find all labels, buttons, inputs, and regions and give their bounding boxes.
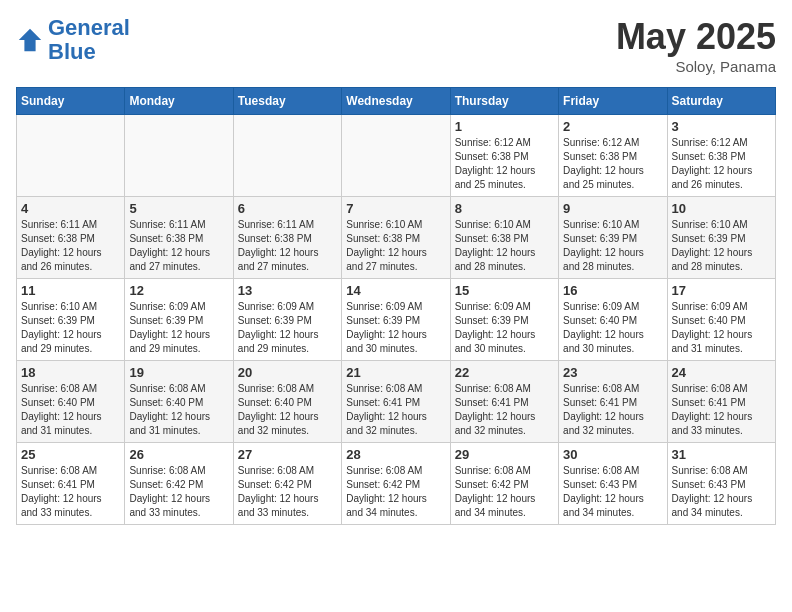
week-row-1: 1Sunrise: 6:12 AM Sunset: 6:38 PM Daylig…	[17, 115, 776, 197]
calendar-cell: 10Sunrise: 6:10 AM Sunset: 6:39 PM Dayli…	[667, 197, 775, 279]
day-info: Sunrise: 6:09 AM Sunset: 6:39 PM Dayligh…	[238, 300, 337, 356]
day-number: 14	[346, 283, 445, 298]
day-number: 9	[563, 201, 662, 216]
logo-general: General	[48, 15, 130, 40]
day-info: Sunrise: 6:08 AM Sunset: 6:40 PM Dayligh…	[238, 382, 337, 438]
day-header-saturday: Saturday	[667, 88, 775, 115]
calendar-cell: 4Sunrise: 6:11 AM Sunset: 6:38 PM Daylig…	[17, 197, 125, 279]
logo-blue: Blue	[48, 39, 96, 64]
day-info: Sunrise: 6:11 AM Sunset: 6:38 PM Dayligh…	[21, 218, 120, 274]
day-number: 4	[21, 201, 120, 216]
week-row-4: 18Sunrise: 6:08 AM Sunset: 6:40 PM Dayli…	[17, 361, 776, 443]
day-number: 26	[129, 447, 228, 462]
logo-text: General Blue	[48, 16, 130, 64]
calendar-cell: 20Sunrise: 6:08 AM Sunset: 6:40 PM Dayli…	[233, 361, 341, 443]
day-number: 29	[455, 447, 554, 462]
day-number: 18	[21, 365, 120, 380]
calendar-cell: 16Sunrise: 6:09 AM Sunset: 6:40 PM Dayli…	[559, 279, 667, 361]
day-info: Sunrise: 6:08 AM Sunset: 6:42 PM Dayligh…	[346, 464, 445, 520]
day-info: Sunrise: 6:08 AM Sunset: 6:42 PM Dayligh…	[129, 464, 228, 520]
calendar-cell: 24Sunrise: 6:08 AM Sunset: 6:41 PM Dayli…	[667, 361, 775, 443]
day-info: Sunrise: 6:08 AM Sunset: 6:41 PM Dayligh…	[21, 464, 120, 520]
month-title: May 2025	[616, 16, 776, 58]
day-number: 10	[672, 201, 771, 216]
day-info: Sunrise: 6:08 AM Sunset: 6:42 PM Dayligh…	[238, 464, 337, 520]
day-info: Sunrise: 6:09 AM Sunset: 6:39 PM Dayligh…	[129, 300, 228, 356]
day-number: 7	[346, 201, 445, 216]
day-number: 19	[129, 365, 228, 380]
day-number: 21	[346, 365, 445, 380]
calendar-cell: 21Sunrise: 6:08 AM Sunset: 6:41 PM Dayli…	[342, 361, 450, 443]
week-row-3: 11Sunrise: 6:10 AM Sunset: 6:39 PM Dayli…	[17, 279, 776, 361]
day-info: Sunrise: 6:08 AM Sunset: 6:42 PM Dayligh…	[455, 464, 554, 520]
day-info: Sunrise: 6:09 AM Sunset: 6:39 PM Dayligh…	[346, 300, 445, 356]
day-info: Sunrise: 6:12 AM Sunset: 6:38 PM Dayligh…	[563, 136, 662, 192]
day-number: 24	[672, 365, 771, 380]
day-header-monday: Monday	[125, 88, 233, 115]
day-number: 2	[563, 119, 662, 134]
calendar-cell: 11Sunrise: 6:10 AM Sunset: 6:39 PM Dayli…	[17, 279, 125, 361]
svg-marker-0	[19, 29, 41, 51]
logo-icon	[16, 26, 44, 54]
day-number: 15	[455, 283, 554, 298]
calendar-cell	[233, 115, 341, 197]
day-number: 8	[455, 201, 554, 216]
day-number: 11	[21, 283, 120, 298]
day-info: Sunrise: 6:08 AM Sunset: 6:41 PM Dayligh…	[563, 382, 662, 438]
location: Soloy, Panama	[616, 58, 776, 75]
day-number: 30	[563, 447, 662, 462]
day-info: Sunrise: 6:10 AM Sunset: 6:38 PM Dayligh…	[346, 218, 445, 274]
day-number: 22	[455, 365, 554, 380]
calendar-cell: 9Sunrise: 6:10 AM Sunset: 6:39 PM Daylig…	[559, 197, 667, 279]
calendar-cell: 28Sunrise: 6:08 AM Sunset: 6:42 PM Dayli…	[342, 443, 450, 525]
header-row: SundayMondayTuesdayWednesdayThursdayFrid…	[17, 88, 776, 115]
day-info: Sunrise: 6:11 AM Sunset: 6:38 PM Dayligh…	[238, 218, 337, 274]
logo: General Blue	[16, 16, 130, 64]
calendar-cell: 6Sunrise: 6:11 AM Sunset: 6:38 PM Daylig…	[233, 197, 341, 279]
calendar-cell: 25Sunrise: 6:08 AM Sunset: 6:41 PM Dayli…	[17, 443, 125, 525]
calendar-cell: 8Sunrise: 6:10 AM Sunset: 6:38 PM Daylig…	[450, 197, 558, 279]
day-info: Sunrise: 6:09 AM Sunset: 6:39 PM Dayligh…	[455, 300, 554, 356]
page-header: General Blue May 2025 Soloy, Panama	[16, 16, 776, 75]
day-header-wednesday: Wednesday	[342, 88, 450, 115]
day-info: Sunrise: 6:08 AM Sunset: 6:40 PM Dayligh…	[21, 382, 120, 438]
calendar-cell: 1Sunrise: 6:12 AM Sunset: 6:38 PM Daylig…	[450, 115, 558, 197]
day-info: Sunrise: 6:10 AM Sunset: 6:39 PM Dayligh…	[672, 218, 771, 274]
day-info: Sunrise: 6:08 AM Sunset: 6:41 PM Dayligh…	[346, 382, 445, 438]
day-number: 1	[455, 119, 554, 134]
calendar-cell: 27Sunrise: 6:08 AM Sunset: 6:42 PM Dayli…	[233, 443, 341, 525]
day-number: 28	[346, 447, 445, 462]
day-number: 20	[238, 365, 337, 380]
calendar-cell: 5Sunrise: 6:11 AM Sunset: 6:38 PM Daylig…	[125, 197, 233, 279]
calendar-cell: 30Sunrise: 6:08 AM Sunset: 6:43 PM Dayli…	[559, 443, 667, 525]
week-row-2: 4Sunrise: 6:11 AM Sunset: 6:38 PM Daylig…	[17, 197, 776, 279]
calendar-cell: 2Sunrise: 6:12 AM Sunset: 6:38 PM Daylig…	[559, 115, 667, 197]
day-info: Sunrise: 6:08 AM Sunset: 6:43 PM Dayligh…	[672, 464, 771, 520]
calendar-cell: 18Sunrise: 6:08 AM Sunset: 6:40 PM Dayli…	[17, 361, 125, 443]
day-info: Sunrise: 6:08 AM Sunset: 6:41 PM Dayligh…	[455, 382, 554, 438]
day-number: 6	[238, 201, 337, 216]
calendar-cell: 29Sunrise: 6:08 AM Sunset: 6:42 PM Dayli…	[450, 443, 558, 525]
calendar-cell: 19Sunrise: 6:08 AM Sunset: 6:40 PM Dayli…	[125, 361, 233, 443]
day-info: Sunrise: 6:10 AM Sunset: 6:39 PM Dayligh…	[21, 300, 120, 356]
day-number: 27	[238, 447, 337, 462]
day-number: 25	[21, 447, 120, 462]
calendar-cell	[17, 115, 125, 197]
day-header-friday: Friday	[559, 88, 667, 115]
calendar-cell: 17Sunrise: 6:09 AM Sunset: 6:40 PM Dayli…	[667, 279, 775, 361]
calendar-cell	[342, 115, 450, 197]
day-info: Sunrise: 6:12 AM Sunset: 6:38 PM Dayligh…	[672, 136, 771, 192]
calendar-cell: 7Sunrise: 6:10 AM Sunset: 6:38 PM Daylig…	[342, 197, 450, 279]
calendar-cell: 15Sunrise: 6:09 AM Sunset: 6:39 PM Dayli…	[450, 279, 558, 361]
day-number: 23	[563, 365, 662, 380]
calendar-cell: 3Sunrise: 6:12 AM Sunset: 6:38 PM Daylig…	[667, 115, 775, 197]
day-header-tuesday: Tuesday	[233, 88, 341, 115]
day-info: Sunrise: 6:10 AM Sunset: 6:39 PM Dayligh…	[563, 218, 662, 274]
calendar-cell: 31Sunrise: 6:08 AM Sunset: 6:43 PM Dayli…	[667, 443, 775, 525]
week-row-5: 25Sunrise: 6:08 AM Sunset: 6:41 PM Dayli…	[17, 443, 776, 525]
day-info: Sunrise: 6:10 AM Sunset: 6:38 PM Dayligh…	[455, 218, 554, 274]
calendar-cell: 13Sunrise: 6:09 AM Sunset: 6:39 PM Dayli…	[233, 279, 341, 361]
day-info: Sunrise: 6:11 AM Sunset: 6:38 PM Dayligh…	[129, 218, 228, 274]
calendar-cell: 23Sunrise: 6:08 AM Sunset: 6:41 PM Dayli…	[559, 361, 667, 443]
day-info: Sunrise: 6:09 AM Sunset: 6:40 PM Dayligh…	[563, 300, 662, 356]
